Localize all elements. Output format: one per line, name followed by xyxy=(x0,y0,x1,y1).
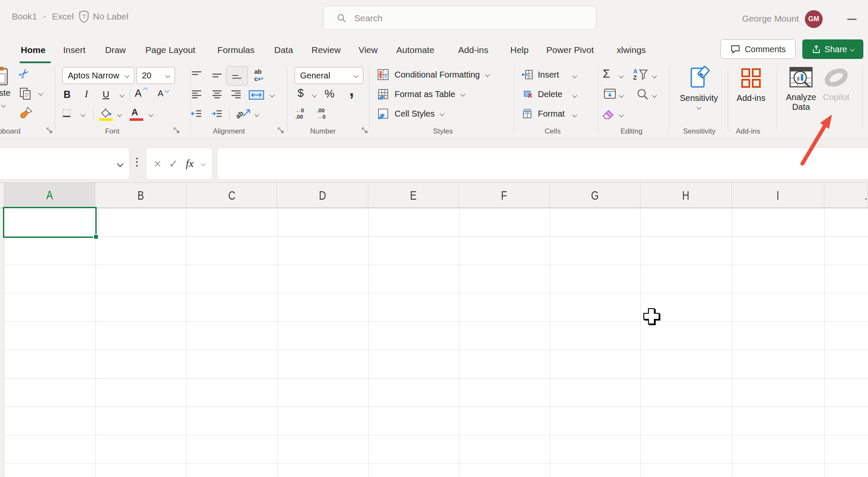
cell-styles-button[interactable]: Cell Styles xyxy=(378,108,444,119)
column-header-b[interactable]: B xyxy=(95,183,186,208)
number-dialog-launcher[interactable] xyxy=(362,128,368,134)
format-cells-chevron-icon[interactable] xyxy=(572,112,577,117)
fill-handle[interactable] xyxy=(93,234,99,240)
insert-function-button[interactable]: fx xyxy=(186,157,194,170)
copilot-button[interactable]: Copilot xyxy=(821,65,852,102)
tab-automate[interactable]: Automate xyxy=(396,45,434,55)
increase-decimal-button[interactable]: ←0 .00 xyxy=(295,107,316,120)
format-as-table-chevron-icon[interactable] xyxy=(460,92,465,96)
font-name-combo[interactable]: Aptos Narrow xyxy=(62,67,134,84)
share-button[interactable]: Share xyxy=(802,39,863,59)
column-header-a[interactable]: A xyxy=(4,183,95,208)
autosum-button[interactable]: Σ xyxy=(603,67,610,81)
sensitivity-chevron-icon[interactable] xyxy=(696,105,701,109)
borders-chevron-icon[interactable] xyxy=(81,112,85,117)
conditional-formatting-chevron-icon[interactable] xyxy=(485,72,490,77)
search-box[interactable]: Search xyxy=(323,6,596,30)
font-name-chevron-icon[interactable] xyxy=(125,73,129,78)
bottom-align-button-selected[interactable] xyxy=(226,66,248,86)
orientation-button[interactable]: ab xyxy=(235,107,253,122)
tab-draw[interactable]: Draw xyxy=(105,45,126,55)
orientation-chevron-icon[interactable] xyxy=(254,112,259,117)
merge-center-button[interactable] xyxy=(248,89,264,101)
insert-cells-chevron-icon[interactable] xyxy=(572,73,577,78)
underline-button[interactable]: U xyxy=(103,89,109,100)
font-color-swatch[interactable] xyxy=(130,118,143,121)
underline-chevron-icon[interactable] xyxy=(120,92,124,97)
align-right-button[interactable] xyxy=(231,90,242,99)
tab-data[interactable]: Data xyxy=(274,45,293,55)
copy-chevron-icon[interactable] xyxy=(38,91,43,95)
alignment-dialog-launcher[interactable] xyxy=(278,128,284,134)
font-size-chevron-icon[interactable] xyxy=(165,73,170,78)
number-format-chevron-icon[interactable] xyxy=(353,73,358,78)
find-select-icon[interactable] xyxy=(637,88,648,100)
sort-filter-chevron-icon[interactable] xyxy=(652,73,657,78)
enter-button[interactable]: ✓ xyxy=(169,157,178,170)
font-color-button[interactable]: A xyxy=(131,107,138,118)
currency-chevron-icon[interactable] xyxy=(312,92,317,97)
cell-styles-chevron-icon[interactable] xyxy=(440,111,445,116)
clear-button-icon[interactable] xyxy=(602,108,615,120)
format-cells-button[interactable]: Format xyxy=(522,108,565,119)
cancel-button[interactable]: × xyxy=(154,156,161,171)
column-header-h[interactable]: H xyxy=(640,183,732,208)
sort-filter-button[interactable]: A Z xyxy=(633,68,650,82)
decrease-decimal-button[interactable]: .00 →0 xyxy=(317,107,337,120)
tab-home[interactable]: Home xyxy=(21,45,45,55)
format-painter-icon[interactable] xyxy=(19,106,33,120)
font-color-chevron-icon[interactable] xyxy=(148,112,153,117)
tab-view[interactable]: View xyxy=(359,45,378,55)
column-header-i[interactable]: I xyxy=(732,183,824,208)
paste-chevron-icon[interactable] xyxy=(1,103,6,107)
insert-function-chevron-icon[interactable] xyxy=(200,161,205,166)
font-size-combo[interactable]: 20 xyxy=(136,67,175,84)
merge-center-chevron-icon[interactable] xyxy=(270,92,274,97)
minimize-button[interactable] xyxy=(847,19,857,20)
paste-label-partial[interactable]: ste xyxy=(0,88,11,98)
fill-color-chevron-icon[interactable] xyxy=(117,112,122,117)
middle-align-button[interactable] xyxy=(211,70,223,80)
column-header-d[interactable]: D xyxy=(277,183,368,208)
fill-color-swatch[interactable] xyxy=(99,118,113,121)
percent-style-button[interactable]: % xyxy=(325,87,334,100)
clipboard-dialog-launcher[interactable] xyxy=(47,128,53,134)
decrease-indent-button[interactable] xyxy=(191,109,202,119)
analyze-data-button[interactable]: Analyze Data xyxy=(781,64,821,112)
column-header-partial[interactable]: . xyxy=(824,183,868,208)
delete-cells-button[interactable]: Delete xyxy=(522,89,562,100)
name-box-chevron-icon[interactable] xyxy=(117,161,124,167)
borders-button-icon[interactable] xyxy=(63,109,70,117)
top-align-button[interactable] xyxy=(191,70,202,80)
decrease-font-size-button[interactable]: A xyxy=(158,89,163,98)
selected-cell-a1[interactable] xyxy=(3,207,97,238)
currency-button[interactable]: $ xyxy=(298,86,303,100)
formula-input[interactable] xyxy=(217,148,868,180)
column-header-f[interactable]: F xyxy=(459,183,550,208)
comments-button[interactable]: Comments xyxy=(721,39,796,59)
cells-area[interactable] xyxy=(0,208,868,477)
tab-help[interactable]: Help xyxy=(510,45,529,55)
formula-bar-separator-dots[interactable] xyxy=(136,156,138,168)
sensitivity-button[interactable]: Sensitivity xyxy=(676,65,721,111)
name-box[interactable] xyxy=(0,148,130,180)
format-as-table-button[interactable]: Format as Table xyxy=(378,89,465,100)
autosum-chevron-icon[interactable] xyxy=(619,73,623,78)
user-name[interactable]: George Mount xyxy=(716,14,799,24)
fill-chevron-icon[interactable] xyxy=(619,93,623,98)
share-chevron-icon[interactable] xyxy=(850,47,854,51)
find-select-chevron-icon[interactable] xyxy=(652,93,657,98)
cut-button-icon[interactable]: ✂ xyxy=(15,64,33,83)
row-header-strip[interactable] xyxy=(0,208,4,477)
header-corner[interactable] xyxy=(0,183,4,208)
align-left-button[interactable] xyxy=(191,90,202,99)
increase-font-size-button[interactable]: A xyxy=(135,87,142,99)
delete-cells-chevron-icon[interactable] xyxy=(572,93,577,98)
tab-page-layout[interactable]: Page Layout xyxy=(145,45,195,55)
tab-xlwings[interactable]: xlwings xyxy=(617,45,646,55)
avatar[interactable]: GM xyxy=(805,10,823,28)
copy-button-icon[interactable] xyxy=(19,87,31,100)
bold-button[interactable]: B xyxy=(64,89,71,100)
increase-indent-button[interactable] xyxy=(211,109,223,119)
align-center-button[interactable] xyxy=(211,90,223,99)
